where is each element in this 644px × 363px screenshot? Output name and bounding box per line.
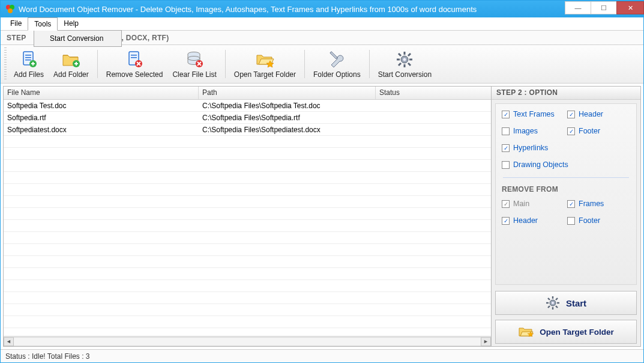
menu-tools[interactable]: Tools [28,17,58,31]
option-footer[interactable]: ✓ Footer [567,127,630,135]
tools-dropdown: Start Conversion [34,30,122,47]
add-folder-button[interactable]: Add Folder [49,47,94,81]
window-title: Word Document Object Remover - Delete Ob… [19,5,565,14]
step1-fragment-left: STEP [7,34,26,42]
cell-file-name: Softpedia Test.doc [4,102,199,110]
clear-file-list-button[interactable]: Clear File List [167,47,221,81]
close-button[interactable]: ✕ [616,1,644,14]
checkbox-icon[interactable]: ✓ [502,144,510,152]
checkbox-icon[interactable]: ✓ [567,200,575,208]
checkbox-icon[interactable]: ✓ [502,111,510,118]
option-hyperlinks[interactable]: ✓ Hyperlinks [502,144,630,152]
grid-body[interactable]: Softpedia Test.doc C:\Softpedia Files\So… [4,100,491,336]
remove-selected-button[interactable]: Remove Selected [101,47,168,81]
remove-from-header[interactable]: ✓ Header [502,216,565,225]
app-icon [5,4,15,14]
svg-line-35 [556,298,558,300]
option-images[interactable]: Images [502,127,565,135]
svg-point-37 [552,302,554,304]
option-label: Header [513,216,538,225]
svg-rect-10 [131,55,137,56]
col-path[interactable]: Path [199,87,376,99]
gear-icon [395,50,414,69]
table-row [4,160,491,172]
add-files-label: Add Files [14,70,44,79]
table-row [4,184,491,196]
minimize-button[interactable]: — [565,1,591,14]
option-label: Hyperlinks [513,144,548,152]
open-target-folder-side-button[interactable]: Open Target Folder [495,320,637,344]
checkbox-icon[interactable] [502,161,510,169]
checkbox-icon[interactable] [502,127,510,135]
horizontal-scrollbar[interactable]: ◄ ► [4,336,491,346]
remove-from-main[interactable]: ✓ Main [502,200,565,208]
toolbar: Add Files Add Folder Remove Selected Cle… [1,45,643,84]
table-row[interactable]: Softpedia Test.doc C:\Softpedia Files\So… [4,100,491,112]
svg-line-24 [408,63,411,66]
divider [503,177,629,178]
col-status[interactable]: Status [376,87,491,99]
checkbox-icon[interactable]: ✓ [502,217,510,225]
table-row [4,196,491,208]
body: File Name Path Status Softpedia Test.doc… [3,86,641,347]
checkbox-icon[interactable]: ✓ [567,111,575,118]
table-row [4,172,491,184]
scroll-right-button[interactable]: ► [481,337,491,346]
remove-from-header: REMOVE FROM [502,185,630,194]
menu-help[interactable]: Help [58,17,85,31]
title-bar: Word Document Object Remover - Delete Ob… [1,1,643,17]
tools-start-conversion-item[interactable]: Start Conversion [35,32,120,45]
option-label: Drawing Objects [513,160,568,169]
option-drawing-objects[interactable]: Drawing Objects [502,160,630,169]
table-row [4,220,491,232]
start-button[interactable]: Start [495,291,637,315]
svg-line-23 [399,53,401,56]
add-files-button[interactable]: Add Files [9,47,49,81]
app-window: Word Document Object Remover - Delete Ob… [0,0,644,363]
toolbar-separator [304,50,305,78]
cell-path: C:\Softpedia Files\Softpedia.rtf [199,114,376,122]
table-row [4,292,491,304]
table-row [4,244,491,256]
maximize-button[interactable]: ☐ [591,1,617,14]
table-row [4,316,491,328]
svg-point-27 [403,58,406,61]
toolbar-separator [225,50,226,78]
option-label: Text Frames [513,110,555,118]
table-row[interactable]: Softpedia.rtf C:\Softpedia Files\Softped… [4,112,491,124]
remove-from-frames[interactable]: ✓ Frames [567,200,630,208]
checkbox-icon[interactable] [567,217,575,225]
file-remove-icon [125,50,144,69]
svg-point-2 [8,8,13,13]
scroll-left-button[interactable]: ◄ [4,337,14,346]
menu-file[interactable]: File [4,17,28,31]
start-button-label: Start [566,298,586,308]
svg-rect-4 [25,55,31,56]
step1-fragment-right: C, DOCX, RTF) [116,34,169,42]
open-target-folder-side-label: Open Target Folder [540,328,614,337]
remove-selected-label: Remove Selected [106,70,163,79]
table-row [4,148,491,160]
scroll-track[interactable] [14,337,481,346]
option-label: Main [513,200,529,208]
option-text-frames[interactable]: ✓ Text Frames [502,110,565,118]
table-row[interactable]: Softpediatest.docx C:\Softpedia Files\So… [4,124,491,136]
start-conversion-button[interactable]: Start Conversion [373,47,436,81]
checkbox-icon[interactable]: ✓ [567,127,575,135]
svg-line-25 [408,53,411,56]
option-label: Header [579,110,603,118]
status-text: Status : Idle! Total Files : 3 [5,352,90,361]
table-row [4,304,491,316]
option-header[interactable]: ✓ Header [567,110,630,118]
remove-from-footer[interactable]: Footer [567,216,630,225]
open-target-folder-button[interactable]: Open Target Folder [229,47,301,81]
col-file-name[interactable]: File Name [4,87,199,99]
start-conversion-label: Start Conversion [378,70,432,79]
side-panel: STEP 2 : OPTION ✓ Text Frames ✓ Header I… [492,87,640,346]
svg-line-33 [548,298,550,300]
svg-rect-11 [131,57,137,58]
table-row [4,208,491,220]
toolbar-separator [369,50,370,78]
checkbox-icon[interactable]: ✓ [502,200,510,208]
folder-options-button[interactable]: Folder Options [308,47,366,81]
